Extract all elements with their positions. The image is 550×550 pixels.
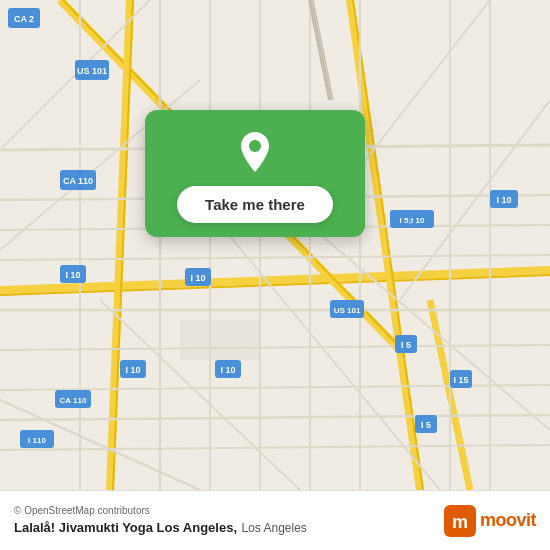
svg-text:CA 110: CA 110 (63, 176, 93, 186)
navigation-card: Take me there (145, 110, 365, 237)
svg-text:I 10: I 10 (65, 270, 80, 280)
moovit-logo-icon: m (444, 505, 476, 537)
svg-text:CA 2: CA 2 (14, 14, 34, 24)
map-container: CA 2 CA 110 US 101 I 10 I 10 I 5;I 10 I … (0, 0, 550, 490)
bottom-info-bar: © OpenStreetMap contributors Lalalå! Jiv… (0, 490, 550, 550)
take-me-there-button[interactable]: Take me there (177, 186, 333, 223)
moovit-logo: m moovit (444, 505, 536, 537)
svg-text:I 10: I 10 (190, 273, 205, 283)
copyright-text: © OpenStreetMap contributors (14, 505, 307, 516)
svg-point-69 (249, 140, 261, 152)
svg-text:I 5;I 10: I 5;I 10 (400, 216, 425, 225)
svg-text:m: m (452, 512, 468, 532)
svg-text:I 110: I 110 (28, 436, 46, 445)
moovit-brand-text: moovit (480, 510, 536, 531)
svg-text:US 101: US 101 (77, 66, 107, 76)
svg-text:CA 110: CA 110 (60, 396, 87, 405)
map-background: CA 2 CA 110 US 101 I 10 I 10 I 5;I 10 I … (0, 0, 550, 490)
location-pin-icon (231, 128, 279, 176)
svg-text:I 5: I 5 (421, 420, 431, 430)
svg-text:I 10: I 10 (220, 365, 235, 375)
place-name-row: Lalalå! Jivamukti Yoga Los Angeles, Los … (14, 518, 307, 536)
place-city: Los Angeles (241, 521, 306, 535)
svg-text:I 5: I 5 (401, 340, 411, 350)
svg-text:US 101: US 101 (334, 306, 361, 315)
place-name: Lalalå! Jivamukti Yoga Los Angeles, (14, 520, 237, 535)
svg-text:I 15: I 15 (453, 375, 468, 385)
place-info: © OpenStreetMap contributors Lalalå! Jiv… (14, 505, 307, 536)
svg-text:I 10: I 10 (496, 195, 511, 205)
svg-rect-2 (180, 320, 260, 360)
svg-text:I 10: I 10 (125, 365, 140, 375)
